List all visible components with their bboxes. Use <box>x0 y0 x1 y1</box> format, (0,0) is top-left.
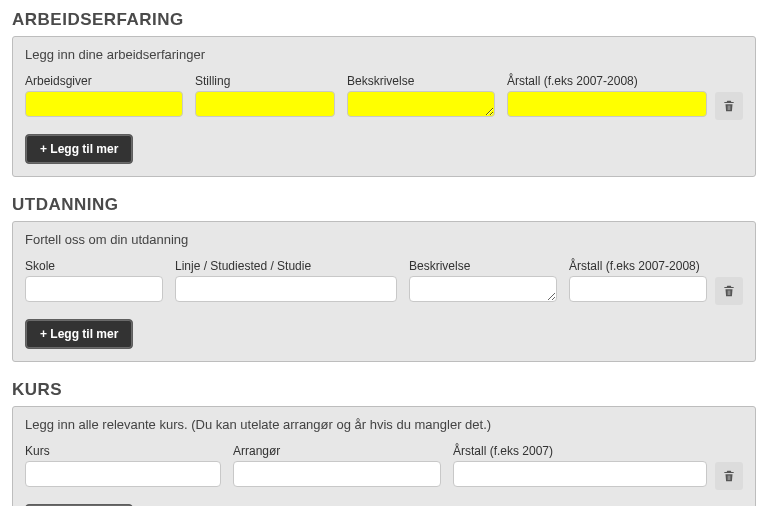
employer-label: Arbeidsgiver <box>25 74 183 88</box>
experience-section: ARBEIDSERFARING Legg inn dine arbeidserf… <box>12 10 756 177</box>
courses-year-label: Årstall (f.eks 2007) <box>453 444 707 458</box>
education-description-label: Beskrivelse <box>409 259 557 273</box>
courses-year-field: Årstall (f.eks 2007) <box>453 444 707 487</box>
trash-icon <box>722 284 736 298</box>
course-field: Kurs <box>25 444 221 487</box>
trash-icon <box>722 99 736 113</box>
employer-field: Arbeidsgiver <box>25 74 183 117</box>
organizer-input[interactable] <box>233 461 441 487</box>
courses-section: KURS Legg inn alle relevante kurs. (Du k… <box>12 380 756 506</box>
education-panel: Fortell oss om din utdanning Skole Linje… <box>12 221 756 362</box>
organizer-label: Arrangør <box>233 444 441 458</box>
experience-description-field: Bekskrivelse <box>347 74 495 117</box>
school-input[interactable] <box>25 276 163 302</box>
school-field: Skole <box>25 259 163 302</box>
courses-year-input[interactable] <box>453 461 707 487</box>
position-label: Stilling <box>195 74 335 88</box>
courses-row: Kurs Arrangør Årstall (f.eks 2007) <box>25 444 743 490</box>
education-year-field: Årstall (f.eks 2007-2008) <box>569 259 707 302</box>
education-section: UTDANNING Fortell oss om din utdanning S… <box>12 195 756 362</box>
experience-row: Arbeidsgiver Stilling Bekskrivelse Årsta… <box>25 74 743 120</box>
education-delete-button[interactable] <box>715 277 743 305</box>
position-field: Stilling <box>195 74 335 117</box>
position-input[interactable] <box>195 91 335 117</box>
education-year-input[interactable] <box>569 276 707 302</box>
employer-input[interactable] <box>25 91 183 117</box>
experience-fields: Arbeidsgiver Stilling Bekskrivelse Årsta… <box>25 74 707 117</box>
education-row: Skole Linje / Studiested / Studie Beskri… <box>25 259 743 305</box>
education-description-input[interactable] <box>409 276 557 302</box>
experience-description-input[interactable] <box>347 91 495 117</box>
experience-delete-button[interactable] <box>715 92 743 120</box>
courses-trash-col <box>715 444 743 490</box>
education-year-label: Årstall (f.eks 2007-2008) <box>569 259 707 273</box>
education-add-button[interactable]: + Legg til mer <box>25 319 133 349</box>
courses-delete-button[interactable] <box>715 462 743 490</box>
school-label: Skole <box>25 259 163 273</box>
courses-panel: Legg inn alle relevante kurs. (Du kan ut… <box>12 406 756 506</box>
education-description-field: Beskrivelse <box>409 259 557 302</box>
experience-year-input[interactable] <box>507 91 707 117</box>
education-trash-col <box>715 259 743 305</box>
experience-add-button[interactable]: + Legg til mer <box>25 134 133 164</box>
experience-year-label: Årstall (f.eks 2007-2008) <box>507 74 707 88</box>
experience-description-label: Bekskrivelse <box>347 74 495 88</box>
courses-fields: Kurs Arrangør Årstall (f.eks 2007) <box>25 444 707 487</box>
experience-trash-col <box>715 74 743 120</box>
trash-icon <box>722 469 736 483</box>
courses-description: Legg inn alle relevante kurs. (Du kan ut… <box>25 417 743 432</box>
organizer-field: Arrangør <box>233 444 441 487</box>
course-input[interactable] <box>25 461 221 487</box>
education-description: Fortell oss om din utdanning <box>25 232 743 247</box>
line-label: Linje / Studiested / Studie <box>175 259 397 273</box>
experience-title: ARBEIDSERFARING <box>12 10 756 30</box>
education-title: UTDANNING <box>12 195 756 215</box>
course-label: Kurs <box>25 444 221 458</box>
experience-description: Legg inn dine arbeidserfaringer <box>25 47 743 62</box>
experience-year-field: Årstall (f.eks 2007-2008) <box>507 74 707 117</box>
line-field: Linje / Studiested / Studie <box>175 259 397 302</box>
experience-panel: Legg inn dine arbeidserfaringer Arbeidsg… <box>12 36 756 177</box>
courses-title: KURS <box>12 380 756 400</box>
education-fields: Skole Linje / Studiested / Studie Beskri… <box>25 259 707 302</box>
line-input[interactable] <box>175 276 397 302</box>
